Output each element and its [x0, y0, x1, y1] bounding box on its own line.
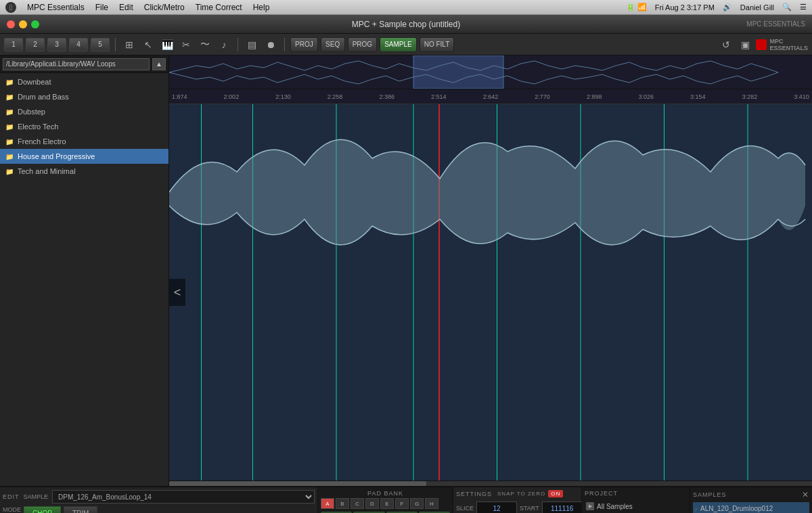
- mpc-brand: MPC ESSENTIALS: [746, 20, 805, 28]
- pad-bank-header: ABCDEFGH: [321, 498, 450, 509]
- folder-icon: 📁: [5, 108, 14, 116]
- bank-btn-g[interactable]: G: [410, 498, 424, 509]
- scroll-thumb[interactable]: [169, 481, 426, 486]
- sample-icon: ♪: [694, 505, 698, 512]
- window-title: MPC + Sample chop (untitled): [352, 20, 460, 29]
- sample-item-0[interactable]: ♪ ALN_120_Drumloop012: [693, 502, 809, 513]
- menu-time-correct[interactable]: Time Correct: [196, 3, 242, 12]
- username: Daniel Gill: [740, 3, 774, 12]
- folder-icon: 📁: [5, 93, 14, 101]
- timeline-mark-6: 2:642: [483, 93, 499, 100]
- slice-label: SLICE: [456, 505, 474, 512]
- samples-close-btn[interactable]: ✕: [802, 490, 809, 499]
- file-item-house-and-progressive[interactable]: 📁House and Progressive: [0, 149, 168, 164]
- project-item-label: All Samples: [597, 503, 633, 510]
- menu-mpc-essentials[interactable]: MPC Essentials: [27, 3, 85, 12]
- sep-2: [238, 38, 238, 51]
- nav-left-arrow[interactable]: <: [169, 279, 185, 306]
- file-item-downbeat[interactable]: 📁Downbeat: [0, 74, 168, 89]
- waveform-svg: [169, 104, 812, 481]
- seq-btn[interactable]: SEQ: [321, 37, 345, 52]
- num-btn-4[interactable]: 4: [69, 38, 88, 51]
- menu-icon[interactable]: ☰: [800, 3, 807, 12]
- settings-header: SETTINGS SNAP TO ZERO ON: [456, 490, 579, 497]
- samples-header: SAMPLES ✕: [693, 490, 809, 499]
- timeline-mark-5: 2:514: [431, 93, 447, 100]
- timeline-mark-4: 2:386: [379, 93, 394, 100]
- project-item-all-samples[interactable]: ▶ All Samples: [585, 499, 687, 513]
- menu-file[interactable]: File: [95, 3, 108, 12]
- timeline-markers-row: 1:8742:0022:1302:2582:3862:5142:6422:770…: [172, 93, 809, 100]
- folder-icon: 📁: [5, 123, 14, 131]
- project-header: PROJECT: [585, 490, 687, 497]
- undo-icon[interactable]: ↺: [718, 37, 734, 52]
- folder-icon: 📁: [5, 168, 14, 175]
- waveform-scrollbar[interactable]: [169, 481, 812, 486]
- num-btn-1[interactable]: 1: [4, 38, 23, 51]
- file-item-french-electro[interactable]: 📁French Electro: [0, 134, 168, 149]
- project-panel: PROJECT ▶ All Samples ▶ Programs ⊞ Progr…: [582, 487, 690, 513]
- maximize-button[interactable]: [31, 20, 39, 28]
- waveform-overview[interactable]: // inline path generation won't work in …: [169, 55, 812, 89]
- close-button[interactable]: [7, 20, 15, 28]
- mpc-essentials-label: MPCESSENTIALS: [769, 38, 808, 51]
- file-item-tech-and-minimal[interactable]: 📁Tech and Minimal: [0, 164, 168, 179]
- bank-btn-f[interactable]: F: [395, 498, 409, 509]
- settings-panel: SETTINGS SNAP TO ZERO ON SLICE START END…: [453, 487, 582, 513]
- bank-btn-c[interactable]: C: [351, 498, 364, 509]
- path-up-button[interactable]: ▲: [152, 58, 166, 70]
- num-btn-5[interactable]: 5: [91, 38, 110, 51]
- num-btn-2[interactable]: 2: [26, 38, 45, 51]
- piano-icon[interactable]: 🎹: [159, 37, 175, 52]
- bank-btn-h[interactable]: H: [425, 498, 438, 509]
- menu-edit[interactable]: Edit: [119, 3, 133, 12]
- file-item-electro-tech[interactable]: 📁Electro Tech: [0, 119, 168, 134]
- menu-click-metro[interactable]: Click/Metro: [144, 3, 185, 12]
- toolbar: 1 2 3 4 5 ⊞ ↖ 🎹 ✂ 〜 ♪ ▤ ⏺ PROJ SEQ PROG …: [0, 34, 812, 55]
- record-icon[interactable]: ⏺: [263, 37, 279, 52]
- grid-icon[interactable]: ⊞: [121, 37, 137, 52]
- bank-btn-e[interactable]: E: [380, 498, 394, 509]
- on-badge[interactable]: ON: [548, 490, 563, 497]
- path-bar: ▲: [0, 55, 168, 73]
- start-field[interactable]: [542, 501, 583, 513]
- sep-3: [284, 38, 285, 51]
- chop-mode-btn[interactable]: CHOP: [24, 506, 61, 513]
- num-btn-3[interactable]: 3: [47, 38, 66, 51]
- timeline-mark-0: 1:874: [172, 93, 187, 100]
- trim-icon[interactable]: ✂: [178, 37, 194, 52]
- slice-field[interactable]: [476, 501, 517, 513]
- slice-icon[interactable]: ▤: [244, 37, 260, 52]
- display-icon[interactable]: ▣: [737, 37, 753, 52]
- folder-icon: 📁: [5, 138, 14, 146]
- file-item-dubstep[interactable]: 📁Dubstep: [0, 104, 168, 119]
- waveform-main[interactable]: <: [169, 104, 812, 481]
- prog-btn[interactable]: PROG: [348, 37, 377, 52]
- file-item-label: Downbeat: [18, 78, 51, 86]
- sample-select[interactable]: DPM_126_Am_BonusLoop_14: [52, 490, 315, 504]
- start-label: START: [520, 505, 539, 512]
- mode-row: MODE CHOP TRIM: [3, 506, 315, 513]
- path-input[interactable]: [3, 58, 150, 70]
- folder-icon: 📁: [5, 153, 14, 160]
- menu-help[interactable]: Help: [253, 3, 270, 12]
- minimize-button[interactable]: [19, 20, 27, 28]
- edit-label: EDIT: [3, 493, 20, 500]
- proj-btn[interactable]: PROJ: [290, 37, 318, 52]
- wave-icon[interactable]: 〜: [197, 37, 213, 52]
- file-item-label: French Electro: [18, 137, 66, 146]
- sample-btn[interactable]: SAMPLE: [380, 37, 417, 52]
- pad-bank: PAD BANK ABCDEFGH A13 Slice 13 A14 Slice…: [318, 487, 453, 513]
- mode-label: MODE: [3, 506, 21, 513]
- bank-btn-a[interactable]: A: [321, 498, 334, 509]
- timeline-mark-8: 2:898: [587, 93, 602, 100]
- no-filt-btn[interactable]: NO FILT: [420, 37, 455, 52]
- file-item-drum-and-bass[interactable]: 📁Drum and Bass: [0, 89, 168, 104]
- search-icon[interactable]: 🔍: [782, 3, 792, 12]
- bank-btn-b[interactable]: B: [336, 498, 349, 509]
- note-icon[interactable]: ♪: [216, 37, 232, 52]
- arrow-icon[interactable]: ↖: [140, 37, 156, 52]
- bank-btn-d[interactable]: D: [365, 498, 379, 509]
- sample-label: SAMPLE: [24, 493, 49, 500]
- trim-mode-btn[interactable]: TRIM: [64, 506, 97, 513]
